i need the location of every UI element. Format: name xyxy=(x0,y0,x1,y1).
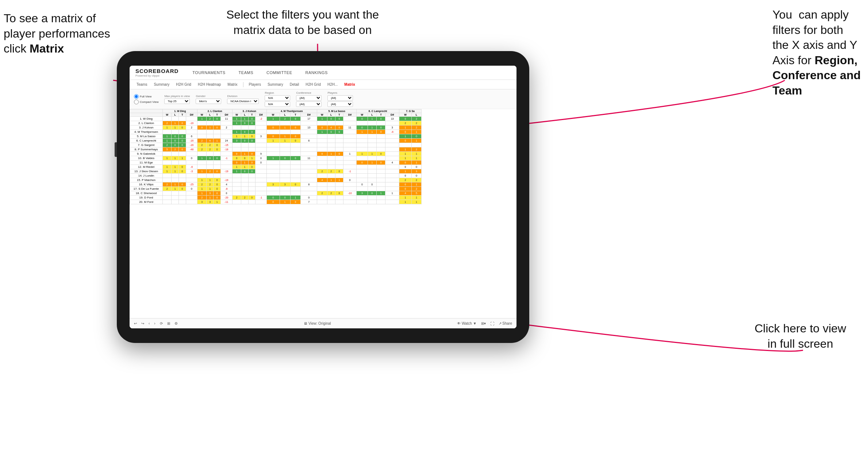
cell xyxy=(280,152,290,156)
gender-select[interactable]: Men's xyxy=(196,99,221,104)
cell: 0 xyxy=(327,130,335,134)
sub-nav-teams[interactable]: Teams xyxy=(134,81,150,88)
players-label: Players xyxy=(327,91,353,94)
cell: 1 xyxy=(399,200,412,204)
sub-nav-h2h2[interactable]: H2H... xyxy=(325,81,340,88)
table-row: 5. M La Sasso1006110301010 xyxy=(130,134,422,139)
cell: 3 xyxy=(256,134,266,139)
cell: 0 xyxy=(290,139,301,143)
cell xyxy=(248,178,256,182)
cell xyxy=(317,196,327,200)
cell xyxy=(241,147,249,152)
refresh-icon[interactable]: ⟳ xyxy=(160,321,163,325)
cell: 0 xyxy=(357,182,368,187)
cell xyxy=(179,191,186,196)
cell: 2 xyxy=(411,117,421,121)
cell: 2 xyxy=(197,147,206,152)
redo-icon[interactable]: ↪ xyxy=(141,321,144,325)
cell xyxy=(241,200,249,204)
conference-select-1[interactable]: (All) xyxy=(296,95,322,101)
nav-teams[interactable]: TEAMS xyxy=(236,69,256,76)
cell xyxy=(266,169,280,174)
cell xyxy=(368,143,376,147)
share-button[interactable]: ↗ Share xyxy=(499,321,512,325)
cell xyxy=(197,130,206,134)
sub-nav-h2h-grid[interactable]: H2H Grid xyxy=(173,81,194,88)
cell: 0 xyxy=(317,152,327,156)
view-radio-group: Full View Compact View xyxy=(134,94,158,104)
sh-t1: T xyxy=(179,113,186,117)
sub-nav-h2h-grid2[interactable]: H2H Grid xyxy=(303,81,323,88)
region-select-2[interactable]: N/A xyxy=(265,101,290,107)
cell xyxy=(301,169,317,174)
full-view-radio[interactable] xyxy=(134,94,139,99)
conference-select-2[interactable]: (All) xyxy=(296,101,322,107)
cell xyxy=(186,200,197,204)
grid-button[interactable]: ⊞▾ xyxy=(481,321,486,325)
cell: 0 xyxy=(214,126,221,130)
sub-nav-matrix[interactable]: Matrix xyxy=(225,81,240,88)
division-select[interactable]: NCAA Division I xyxy=(227,99,259,104)
sub-nav-players[interactable]: Players xyxy=(246,81,264,88)
cell: 3 xyxy=(197,200,206,204)
cell: -16 xyxy=(220,147,232,152)
sub-nav-h2h-heatmap[interactable]: H2H Heatmap xyxy=(195,81,223,88)
sub-nav-matrix2[interactable]: Matrix xyxy=(342,81,357,88)
row-label: 3. J Koivun xyxy=(130,126,163,130)
back-icon[interactable]: ‹ xyxy=(149,321,150,325)
undo-icon[interactable]: ↩ xyxy=(134,321,137,325)
cell: 1 xyxy=(172,182,179,187)
cell: 0 xyxy=(357,117,368,121)
cell xyxy=(290,130,301,134)
table-row: 15. P Maichon110-19411022 xyxy=(130,178,422,182)
cell xyxy=(232,147,241,152)
cell: 1 xyxy=(163,134,172,139)
row-label: 9. N Gabrelcik xyxy=(130,152,163,156)
cell: 4 xyxy=(399,191,412,196)
cell xyxy=(266,178,280,182)
cell xyxy=(214,130,221,134)
cell: 1 xyxy=(368,130,376,134)
sub-nav-summary[interactable]: Summary xyxy=(151,81,172,88)
nav-rankings[interactable]: RANKINGS xyxy=(303,69,331,76)
cell xyxy=(335,147,343,152)
watch-button[interactable]: 👁 Watch ▼ xyxy=(457,321,476,325)
sub-nav-summary2[interactable]: Summary xyxy=(265,81,286,88)
zoom-icon[interactable]: ⊞ xyxy=(167,321,170,325)
cell: 3 xyxy=(411,169,421,174)
cell xyxy=(385,156,399,161)
table-row: 3. J Koivun110201020101304011010312 xyxy=(130,126,422,130)
cell xyxy=(220,121,232,126)
players-select-2[interactable]: (All) xyxy=(327,101,353,107)
sub-nav-detail[interactable]: Detail xyxy=(287,81,302,88)
cell: 2 xyxy=(197,143,206,147)
cell xyxy=(343,174,356,178)
gender-label: Gender xyxy=(196,94,221,98)
settings-icon[interactable]: ⚙ xyxy=(174,321,178,325)
cell xyxy=(327,139,335,143)
view-original-button[interactable]: 🖥 View: Original xyxy=(304,321,331,325)
cell xyxy=(385,134,399,139)
forward-icon[interactable]: › xyxy=(154,321,155,325)
cell xyxy=(335,139,343,143)
cell: 1 xyxy=(197,187,206,191)
cell xyxy=(368,169,376,174)
cell: 0 xyxy=(179,134,186,139)
cell xyxy=(327,161,335,165)
region-select-1[interactable]: N/A xyxy=(265,95,290,101)
nav-tournaments[interactable]: TOURNAMENTS xyxy=(189,69,228,76)
nav-committee[interactable]: COMMITTEE xyxy=(264,69,295,76)
max-players-select[interactable]: Top 25 xyxy=(164,99,190,104)
cell: 1 xyxy=(343,152,356,156)
cell xyxy=(343,161,356,165)
players-select-1[interactable]: (All) xyxy=(327,95,353,101)
row-label: 11. M Ege xyxy=(130,161,163,165)
matrix-scroll-area[interactable]: 1. W Ding 2. L Clanton 3. J Koivun 4. M … xyxy=(130,109,516,318)
col-header-5: 5. M La Sasso xyxy=(317,109,357,113)
cell xyxy=(241,174,249,178)
cell: 1 xyxy=(241,117,249,121)
fullscreen-button[interactable]: ⛶ xyxy=(490,321,494,326)
compact-view-radio[interactable] xyxy=(134,100,139,104)
sh-w4: W xyxy=(266,113,280,117)
cell xyxy=(186,152,197,156)
